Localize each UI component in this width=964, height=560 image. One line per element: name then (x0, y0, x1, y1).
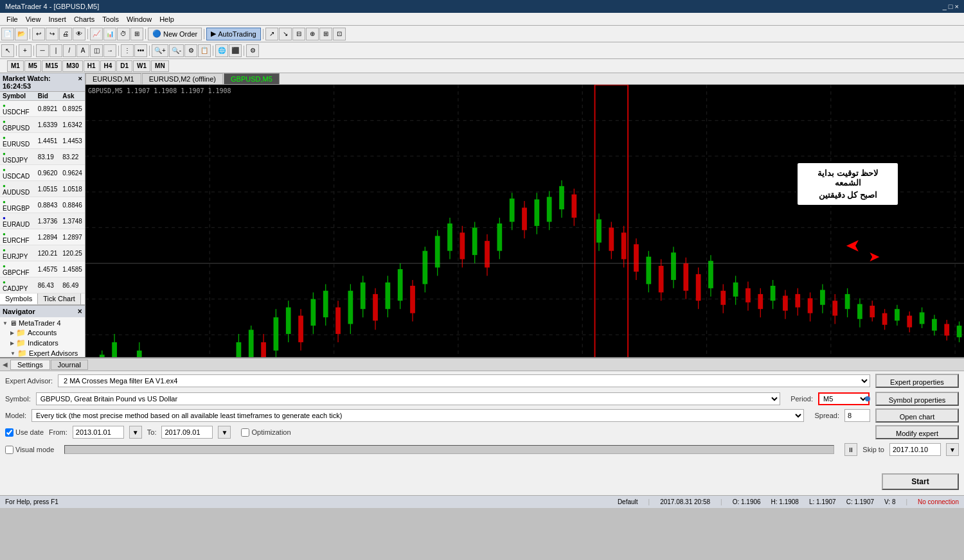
pause-btn[interactable]: ⏸ (844, 443, 857, 456)
chart-tab-gbpusd-m5[interactable]: GBPUSD,M5 (224, 73, 280, 84)
undo-btn[interactable]: ↩ (32, 28, 45, 40)
terminal-btn[interactable]: ⬛ (229, 44, 242, 57)
nav-accounts[interactable]: ▶ 📁 Accounts (0, 328, 85, 338)
zoom-in-btn[interactable]: 🔍+ (152, 44, 168, 57)
use-date-checkbox[interactable] (5, 428, 13, 437)
nav-metatrader4[interactable]: ▼ 🖥 MetaTrader 4 (0, 319, 85, 328)
period-m15[interactable]: M15 (42, 60, 62, 72)
minimize-btn[interactable]: _ (943, 3, 947, 10)
market-watch-row[interactable]: ● EURGBP 0.8843 0.8846 (0, 197, 85, 213)
tester-collapse-btn[interactable]: ◀ (3, 361, 8, 368)
tab-symbols[interactable]: Symbols (0, 293, 38, 304)
chart-tab-eurusd-m2[interactable]: EURUSD,M2 (offline) (142, 73, 223, 84)
hline-btn[interactable]: ─ (36, 44, 49, 57)
from-calendar-btn[interactable]: ▼ (129, 426, 142, 439)
charts-btn1[interactable]: ↗ (265, 28, 278, 40)
menu-window[interactable]: Window (123, 15, 156, 24)
market-watch-row[interactable]: ● USDJPY 83.19 83.22 (0, 149, 85, 165)
optimization-checkbox[interactable] (241, 428, 249, 437)
skip-calendar-btn[interactable]: ▼ (946, 443, 959, 456)
period-m1[interactable]: M1 (7, 60, 24, 72)
more-btn[interactable]: ••• (134, 44, 147, 57)
cursor-btn[interactable]: ↖ (1, 44, 14, 57)
menu-tools[interactable]: Tools (98, 15, 123, 24)
spread-input[interactable] (844, 409, 870, 422)
nav-indicators[interactable]: ▶ 📁 Indicators (0, 338, 85, 348)
chart-indicator-btn[interactable]: 📊 (103, 28, 116, 40)
market-watch-row[interactable]: ● USDCAD 0.9620 0.9624 (0, 165, 85, 181)
model-dropdown[interactable]: Every tick (the most precise method base… (31, 409, 804, 422)
connect-btn[interactable]: 🌐 (215, 44, 228, 57)
symbol-dropdown[interactable]: GBPUSD, Great Britain Pound vs US Dollar (36, 392, 780, 405)
close-btn[interactable]: × (955, 3, 959, 10)
market-watch-row[interactable]: ● EURJPY 120.21 120.25 (0, 245, 85, 261)
charts-btn6[interactable]: ⊡ (333, 28, 346, 40)
chart-new-btn[interactable]: 📈 (90, 28, 103, 40)
period-d1[interactable]: D1 (116, 60, 132, 72)
market-watch-row[interactable]: ● CADJPY 86.43 86.49 (0, 277, 85, 293)
chart-zoom-in-btn[interactable]: ⊞ (130, 28, 143, 40)
market-watch-row[interactable]: ● GBPCHF 1.4575 1.4585 (0, 261, 85, 277)
open-chart-btn[interactable]: Open chart (875, 408, 959, 423)
market-watch-row[interactable]: ● EURCHF 1.2894 1.2897 (0, 229, 85, 245)
to-calendar-btn[interactable]: ▼ (218, 426, 231, 439)
new-btn[interactable]: 📄 (1, 28, 14, 40)
modify-expert-btn[interactable]: Modify expert (875, 425, 959, 439)
menu-charts[interactable]: Charts (70, 15, 98, 24)
market-watch-row[interactable]: ● AUDUSD 1.0515 1.0518 (0, 181, 85, 197)
open-btn[interactable]: 📂 (15, 28, 28, 40)
expert-properties-btn[interactable]: Expert properties (875, 374, 959, 388)
to-input[interactable] (161, 426, 213, 439)
market-watch-row[interactable]: ● EURUSD 1.4451 1.4453 (0, 133, 85, 149)
charts-btn5[interactable]: ⊞ (319, 28, 332, 40)
trendline-btn[interactable]: / (63, 44, 76, 57)
market-watch-close[interactable]: × (78, 74, 82, 90)
period-dropdown[interactable]: M5 (818, 392, 870, 405)
arrow-btn[interactable]: → (103, 44, 116, 57)
text-btn[interactable]: A (76, 44, 89, 57)
menu-file[interactable]: File (3, 15, 22, 24)
start-btn[interactable]: Start (882, 473, 959, 490)
tab-tick-chart[interactable]: Tick Chart (38, 293, 81, 304)
options-btn[interactable]: ⚙ (246, 44, 259, 57)
print-preview-btn[interactable]: 👁 (73, 28, 85, 40)
print-btn[interactable]: 🖨 (59, 28, 72, 40)
fib-btn[interactable]: ⋮ (121, 44, 134, 57)
maximize-btn[interactable]: □ (949, 3, 953, 10)
charts-btn3[interactable]: ⊟ (292, 28, 305, 40)
period-m30[interactable]: M30 (62, 60, 82, 72)
symbol-properties-btn[interactable]: Symbol properties (875, 392, 959, 406)
chart-period-btn[interactable]: ⏱ (117, 28, 130, 40)
menu-insert[interactable]: Insert (44, 15, 70, 24)
from-input[interactable] (73, 426, 124, 439)
period-h4[interactable]: H4 (100, 60, 116, 72)
market-watch-row[interactable]: ● EURAUD 1.3736 1.3748 (0, 213, 85, 229)
new-order-btn[interactable]: 🔵 New Order (148, 28, 202, 40)
indicator-list-btn[interactable]: 📋 (198, 44, 211, 57)
menu-view[interactable]: View (22, 15, 45, 24)
zoom-out-btn[interactable]: 🔍- (169, 44, 184, 57)
charts-btn2[interactable]: ↘ (279, 28, 292, 40)
chart-tab-eurusd-m1[interactable]: EURUSD,M1 (85, 73, 141, 84)
chart-props-btn[interactable]: ⚙ (184, 44, 197, 57)
status-bar: For Help, press F1 Default | 2017.08.31 … (0, 495, 964, 508)
autotrading-btn[interactable]: ▶ AutoTrading (206, 28, 261, 40)
visual-mode-checkbox[interactable] (5, 446, 13, 454)
ea-dropdown[interactable]: 2 MA Crosses Mega filter EA V1.ex4 (58, 374, 870, 387)
market-watch-row[interactable]: ● USDCHF 0.8921 0.8925 (0, 101, 85, 117)
skip-to-input[interactable] (889, 443, 941, 456)
charts-btn4[interactable]: ⊕ (306, 28, 319, 40)
period-m5[interactable]: M5 (24, 60, 41, 72)
market-watch-row[interactable]: ● GBPUSD 1.6339 1.6342 (0, 117, 85, 133)
period-h1[interactable]: H1 (84, 60, 100, 72)
navigator-close[interactable]: × (78, 307, 82, 316)
tab-settings[interactable]: Settings (10, 360, 50, 370)
vline-btn[interactable]: | (49, 44, 62, 57)
redo-btn[interactable]: ↪ (46, 28, 58, 40)
period-w1[interactable]: W1 (133, 60, 150, 72)
crosshair-btn[interactable]: + (19, 44, 31, 57)
label-btn[interactable]: ◫ (90, 44, 103, 57)
period-mn[interactable]: MN (151, 60, 169, 72)
tab-journal[interactable]: Journal (51, 360, 88, 370)
menu-help[interactable]: Help (156, 15, 178, 24)
